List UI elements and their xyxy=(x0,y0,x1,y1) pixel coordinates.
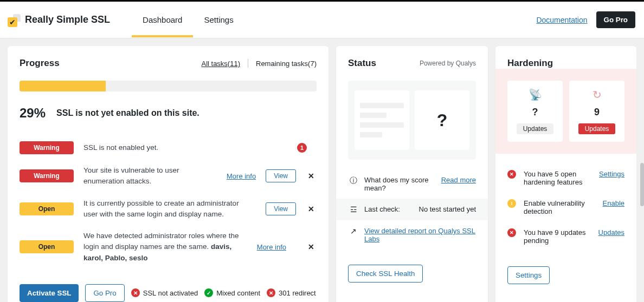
lock-shield-icon: ✔ xyxy=(9,14,21,26)
ssl-not-activated-status: ✕ SSL not activated xyxy=(131,288,198,297)
task-text: Your site is vulnerable to user enumerat… xyxy=(83,165,217,187)
task-text: We have detected administrator roles whe… xyxy=(83,231,247,264)
task-badge: Open xyxy=(20,202,74,215)
x-icon: ✕ xyxy=(131,288,140,297)
brand-name: Really Simple SSL xyxy=(25,14,110,25)
task-text: It is currently possible to create an ad… xyxy=(83,198,246,220)
task-row: WarningYour site is vulnerable to user e… xyxy=(20,160,317,193)
last-check-row: ☲ Last check: No test started yet xyxy=(336,199,488,220)
question-icon: ? xyxy=(437,110,448,130)
view-button[interactable]: View xyxy=(266,169,296,182)
list-icon: ☲ xyxy=(348,205,359,214)
close-icon[interactable]: ✕ xyxy=(306,242,317,251)
task-badge: Warning xyxy=(20,141,74,154)
hardening-row: !Enable vulnerability detectionEnable xyxy=(507,193,624,222)
hardening-tile: ↻9Updates xyxy=(569,81,624,142)
tile-value: ? xyxy=(532,107,538,118)
tile-label: Updates xyxy=(517,123,554,134)
progress-percent: 29% xyxy=(20,106,46,121)
task-badge: Warning xyxy=(20,169,74,182)
task-list: WarningSSL is not enabled yet.1WarningYo… xyxy=(20,136,317,269)
tile-value: 9 xyxy=(594,107,600,118)
status-dot-icon: ✕ xyxy=(507,228,516,237)
status-card: Status Powered by Qualys ? ⓘ What does m… xyxy=(336,46,488,302)
status-title: Status xyxy=(348,58,376,69)
tab-dashboard[interactable]: Dashboard xyxy=(132,2,193,37)
read-more-link[interactable]: Read more xyxy=(441,176,476,184)
hardening-row: ✕You have 5 open hardening featuresSetti… xyxy=(507,163,624,193)
redirect-status: ✕ 301 redirect xyxy=(267,288,316,297)
go-pro-footer-button[interactable]: Go Pro xyxy=(85,284,124,302)
brand-logo: ✔ Really Simple SSL xyxy=(9,14,110,26)
task-text: SSL is not enabled yet. xyxy=(83,142,278,153)
more-info-link[interactable]: More info xyxy=(227,172,256,180)
hardening-row-text: You have 5 open hardening features xyxy=(524,170,594,186)
task-row: OpenWe have detected administrator roles… xyxy=(20,225,317,269)
close-icon[interactable]: ✕ xyxy=(306,205,317,213)
detailed-report-row: ↗ View detailed report on Qualys SSL Lab… xyxy=(348,220,476,250)
hardening-rows: ✕You have 5 open hardening featuresSetti… xyxy=(507,163,624,251)
task-row: WarningSSL is not enabled yet.1 xyxy=(20,136,317,160)
status-dot-icon: ✕ xyxy=(507,170,516,179)
progress-title: Progress xyxy=(20,58,60,69)
activate-ssl-button[interactable]: Activate SSL xyxy=(20,284,79,302)
check-icon: ✓ xyxy=(204,288,213,297)
info-icon: ⓘ xyxy=(348,176,359,186)
x-icon: ✕ xyxy=(267,288,275,297)
tab-settings[interactable]: Settings xyxy=(193,2,244,37)
tile-label: Updates xyxy=(578,123,616,134)
status-dot-icon: ! xyxy=(507,199,516,208)
hardening-settings-button[interactable]: Settings xyxy=(507,266,550,284)
hardening-tile: 📡?Updates xyxy=(507,81,563,142)
remaining-tasks-filter[interactable]: Remaining tasks(7) xyxy=(256,60,317,68)
task-badge: Open xyxy=(20,240,74,253)
progress-card: Progress All tasks(11) Remaining tasks(7… xyxy=(8,46,329,302)
mixed-content-status: ✓ Mixed content xyxy=(204,288,260,297)
hardening-row-link[interactable]: Updates xyxy=(598,228,624,237)
hardening-row-link[interactable]: Settings xyxy=(599,170,624,178)
hardening-title: Hardening xyxy=(507,58,553,69)
satellite-icon: 📡 xyxy=(529,88,542,101)
app-header: ✔ Really Simple SSL Dashboard Settings D… xyxy=(0,2,644,38)
task-row: OpenIt is currently possible to create a… xyxy=(20,193,317,226)
all-tasks-filter[interactable]: All tasks(11) xyxy=(201,60,240,68)
go-pro-button[interactable]: Go Pro xyxy=(596,11,635,28)
progress-bar xyxy=(20,81,317,91)
hardening-tiles: 📡?Updates↻9Updates xyxy=(495,69,636,154)
more-info-link[interactable]: More info xyxy=(257,243,286,251)
external-link-icon: ↗ xyxy=(348,227,359,235)
powered-by-label: Powered by Qualys xyxy=(420,60,476,67)
close-icon[interactable]: ✕ xyxy=(306,172,317,180)
refresh-icon: ↻ xyxy=(593,88,602,101)
status-preview: ? xyxy=(348,81,476,160)
hardening-row: ✕You have 9 updates pendingUpdates xyxy=(507,222,624,251)
score-meaning-row: ⓘ What does my score mean? Read more xyxy=(348,169,476,199)
hardening-row-link[interactable]: Enable xyxy=(603,199,624,207)
documentation-link[interactable]: Documentation xyxy=(536,16,587,24)
view-button[interactable]: View xyxy=(266,202,296,215)
hardening-card: Hardening 📡?Updates↻9Updates ✕You have 5… xyxy=(495,46,636,302)
progress-message: SSL is not yet enabled on this site. xyxy=(56,108,199,118)
check-ssl-health-button[interactable]: Check SSL Health xyxy=(348,265,423,283)
hardening-row-text: You have 9 updates pending xyxy=(524,228,593,245)
hardening-row-text: Enable vulnerability detection xyxy=(524,199,597,215)
main-nav: Dashboard Settings xyxy=(132,2,244,37)
task-count-badge: 1 xyxy=(297,143,307,153)
detailed-report-link[interactable]: View detailed report on Qualys SSL Labs xyxy=(364,227,476,243)
scrollbar-thumb[interactable] xyxy=(640,163,644,206)
